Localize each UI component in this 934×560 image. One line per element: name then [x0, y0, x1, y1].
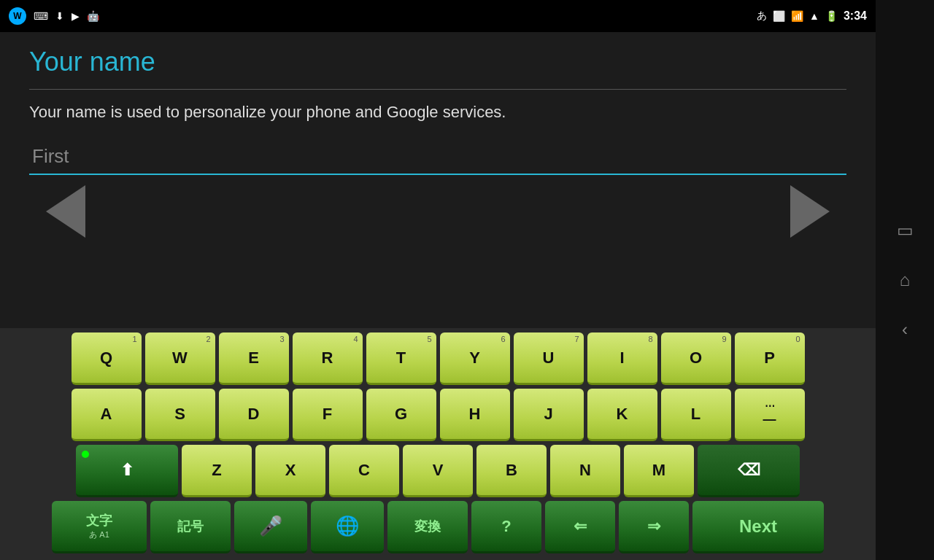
next-field-button[interactable] [773, 182, 846, 241]
key-globe[interactable]: 🌐 [311, 501, 384, 553]
status-left-icons: W ⌨ ⬇ ▶ 🤖 [9, 7, 99, 25]
page-title: Your name [29, 47, 846, 77]
back-button[interactable]: ‹ [902, 319, 908, 340]
key-ellipsis-dash[interactable]: ⋯— [735, 389, 805, 441]
right-arrow-icon [790, 185, 830, 238]
key-m[interactable]: M [624, 445, 694, 497]
previous-field-button[interactable] [29, 182, 102, 241]
divider [29, 89, 846, 90]
key-microphone[interactable]: 🎤 [234, 501, 307, 553]
japanese-input-icon: あ [757, 9, 767, 23]
key-k[interactable]: K [587, 389, 657, 441]
keyboard-icon: ⌨ [34, 10, 48, 22]
key-kigo[interactable]: 記号 [150, 501, 231, 553]
clock: 3:34 [844, 9, 867, 23]
home-button[interactable]: ⌂ [900, 270, 911, 290]
on-screen-keyboard: 1Q 2W 3E 4R 5T 6Y 7U 8I 9O 0P A S D F G … [0, 328, 876, 560]
android-icon: 🤖 [87, 10, 99, 22]
key-e[interactable]: 3E [219, 332, 289, 385]
key-x[interactable]: X [255, 445, 325, 497]
key-f[interactable]: F [293, 389, 363, 441]
keyboard-row-bottom: 文字 あ A1 記号 🎤 🌐 変換 ? ⇐ ⇒ [3, 501, 873, 553]
key-arrow-left[interactable]: ⇐ [545, 501, 615, 553]
key-question[interactable]: ? [471, 501, 541, 553]
download-icon: ⬇ [55, 10, 64, 22]
left-arrow-icon [46, 185, 85, 238]
key-s[interactable]: S [145, 389, 215, 441]
keyboard-row-1: 1Q 2W 3E 4R 5T 6Y 7U 8I 9O 0P [3, 332, 873, 385]
key-b[interactable]: B [476, 445, 547, 497]
first-name-input[interactable] [29, 139, 846, 175]
status-bar: W ⌨ ⬇ ▶ 🤖 あ ⬜ 📶 ▲ 🔋 3:34 [0, 0, 876, 32]
key-henkan[interactable]: 変換 [387, 501, 468, 553]
key-q[interactable]: 1Q [72, 332, 142, 385]
keyboard-row-3: ⬆ Z X C V B N M ⌫ [3, 445, 873, 497]
key-w[interactable]: 2W [145, 332, 215, 385]
key-v[interactable]: V [403, 445, 473, 497]
main-content: Your name Your name is used to personali… [0, 32, 876, 560]
shift-indicator [82, 451, 89, 458]
key-shift[interactable]: ⬆ [76, 445, 178, 497]
key-d[interactable]: D [219, 389, 289, 441]
key-h[interactable]: H [440, 389, 510, 441]
wen-icon: W [9, 7, 26, 25]
keyboard-row-2: A S D F G H J K L ⋯— [3, 389, 873, 441]
battery-icon: 🔋 [825, 10, 838, 22]
recent-apps-button[interactable]: ▭ [897, 220, 914, 241]
key-a[interactable]: A [72, 389, 142, 441]
key-i[interactable]: 8I [587, 332, 657, 385]
key-r[interactable]: 4R [293, 332, 363, 385]
key-moji[interactable]: 文字 あ A1 [52, 501, 147, 553]
key-c[interactable]: C [329, 445, 399, 497]
description-text: Your name is used to personalize your ph… [29, 103, 846, 122]
key-t[interactable]: 5T [366, 332, 436, 385]
key-l[interactable]: L [661, 389, 731, 441]
key-arrow-right[interactable]: ⇒ [619, 501, 689, 553]
key-p[interactable]: 0P [735, 332, 805, 385]
key-j[interactable]: J [514, 389, 584, 441]
key-o[interactable]: 9O [661, 332, 731, 385]
key-backspace[interactable]: ⌫ [698, 445, 800, 497]
play-icon: ▶ [72, 10, 80, 22]
wifi-icon: 📶 [791, 10, 803, 22]
key-g[interactable]: G [366, 389, 436, 441]
key-z[interactable]: Z [182, 445, 252, 497]
signal-icon: ▲ [809, 10, 819, 22]
status-right-icons: あ ⬜ 📶 ▲ 🔋 3:34 [757, 9, 867, 23]
key-n[interactable]: N [550, 445, 620, 497]
nav-bar: ▭ ⌂ ‹ [876, 0, 934, 560]
arrow-navigation-row [29, 182, 846, 241]
key-next[interactable]: Next [692, 501, 824, 553]
key-u[interactable]: 7U [514, 332, 584, 385]
key-y[interactable]: 6Y [440, 332, 510, 385]
rotate-icon: ⬜ [773, 10, 785, 22]
